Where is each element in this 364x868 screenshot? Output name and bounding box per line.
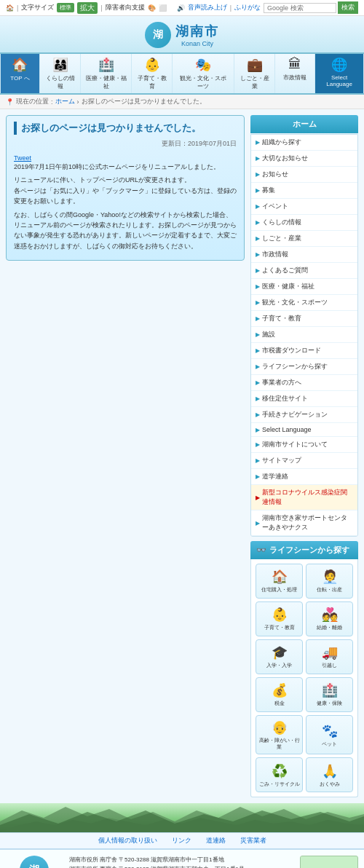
breadcrumb-home-link[interactable]: ホーム — [55, 97, 75, 106]
ls-okuyami-label: おくやみ — [320, 781, 340, 787]
ls-kenko-icon: 🏥 — [322, 682, 338, 698]
ls-nyugaku-label: 入学・入学 — [266, 662, 292, 668]
ls-item-kenko[interactable]: 🏥 健康・保険 — [306, 677, 353, 712]
ls-tenko-label: 住転・出産 — [317, 586, 342, 593]
sidebar-item-event[interactable]: ▶イベント — [251, 199, 357, 215]
footer-info: 湖南市役所 南庁舎 〒520-3288 滋賀県湖南市中一丁目1番地 湖南市役所 … — [69, 856, 294, 868]
sidebar-item-corona[interactable]: ▶新型コロナウイルス感染症関連情報 — [251, 485, 357, 510]
sidebar-item-sitemap[interactable]: ▶サイトマップ — [251, 453, 357, 469]
ls-item-okuyami[interactable]: 🙏 おくやみ — [306, 757, 353, 792]
voice-label[interactable]: 音声読み上げ — [188, 3, 227, 12]
nav-kurashi-label: くらしの情報 — [44, 74, 76, 90]
sidebar-item-select-lang[interactable]: ▶Select Language — [251, 423, 357, 437]
sidebar-item-lifescene[interactable]: ▶ライフシーンから探す — [251, 359, 357, 375]
sidebar-item-akiya[interactable]: ▶湖南市空き家サポートセンターあきやナクス — [251, 510, 357, 536]
top-bar-left: 🏠 | 文字サイズ 標準 拡大 | 障害者向支援 🎨 ⬜ — [6, 2, 167, 14]
sidebar-item-taisetsu[interactable]: ▶大切なお知らせ — [251, 151, 357, 167]
sidebar-item-shisetsu[interactable]: ▶施設 — [251, 327, 357, 343]
ls-pet-label: ペット — [322, 741, 337, 747]
ls-item-jutaku[interactable]: 🏠 住宅購入・処理 — [256, 564, 303, 599]
lifescene-label: ライフシーンから探す — [269, 545, 349, 556]
ls-item-tenko[interactable]: 🧑‍💼 住転・出産 — [306, 564, 353, 599]
sidebar-item-oshirase[interactable]: ▶お知らせ — [251, 167, 357, 183]
ls-item-kekkon[interactable]: 💑 結婚・離婚 — [306, 601, 353, 636]
nav-item-shigoto[interactable]: 💼 しごと・産業 — [234, 54, 275, 93]
home-icon[interactable]: 🏠 — [6, 4, 14, 12]
nav-kosoda-icon: 👶 — [144, 57, 160, 73]
sidebar-item-kanko[interactable]: ▶観光・文化・スポーツ — [251, 295, 357, 311]
breadcrumb: 📍 現在の位置 : ホーム › お探しのページは見つかりませんでした。 — [0, 95, 364, 109]
nav-item-kanko[interactable]: 🎭 観光・文化・スポーツ — [173, 54, 234, 93]
ls-kenko-label: 健康・保険 — [317, 700, 342, 706]
font-size-label: 文字サイズ — [21, 3, 54, 12]
nav-top-icon: 🏠 — [12, 57, 28, 73]
ls-item-hikkoshi[interactable]: 🚚 引越し — [306, 639, 353, 674]
nav-item-iryo[interactable]: 🏥 医療・健康・福祉 — [81, 54, 132, 93]
color-icon: 🎨 — [148, 4, 156, 12]
sidebar-item-ijyu[interactable]: ▶移住定住サイト — [251, 391, 357, 407]
content-area: お探しのページは見つかりませんでした。 更新日：2019年07月01日 Twee… — [6, 115, 245, 267]
ls-item-korein[interactable]: 👴 高齢・障がい・行業 — [256, 715, 303, 754]
ls-item-kosoda[interactable]: 👶 子育て・教育 — [256, 601, 303, 636]
sidebar-item-kurashi[interactable]: ▶くらしの情報 — [251, 215, 357, 231]
sidebar-item-soshiki[interactable]: ▶組織から探す — [251, 135, 357, 151]
nav-item-kosoda[interactable]: 👶 子育て・教育 — [132, 54, 173, 93]
ls-item-gomi[interactable]: ♻️ ごみ・リサイクル — [256, 757, 303, 792]
search-button[interactable]: 検索 — [338, 1, 358, 14]
city-name-en: Konan City — [175, 40, 219, 47]
ls-nyugaku-icon: 🎓 — [272, 644, 288, 660]
top-bar-right: 🔊 音声読み上げ | ふりがな 検索 — [177, 1, 358, 14]
sidebar-item-iryo[interactable]: ▶医療・健康・福祉 — [251, 279, 357, 295]
main-layout: お探しのページは見つかりませんでした。 更新日：2019年07月01日 Twee… — [0, 109, 364, 803]
ls-zei-icon: 💰 — [272, 682, 288, 698]
sidebar-item-tsugaku[interactable]: ▶道学連絡 — [251, 469, 357, 485]
footer-logo-area: 湖 湖南市 Konan City 法人番号2000020252115 — [6, 856, 63, 868]
city-name-jp: 湖南市 — [175, 23, 219, 40]
search-input[interactable] — [264, 3, 336, 13]
ls-item-zei[interactable]: 💰 税金 — [256, 677, 303, 712]
ls-jutaku-icon: 🏠 — [272, 569, 288, 585]
footer-landscape — [0, 803, 364, 832]
footer-link-links[interactable]: リンク — [172, 836, 191, 845]
footer-link-privacy[interactable]: 個人情報の取り扱い — [98, 836, 157, 845]
nav-item-top[interactable]: 🏠 TOP へ — [0, 54, 40, 93]
tweet-link[interactable]: Tweet — [14, 154, 31, 162]
ls-kosoda-label: 子育て・教育 — [264, 624, 295, 631]
sidebar-item-about[interactable]: ▶湖南市サイトについて — [251, 437, 357, 453]
nav-item-shisei[interactable]: 🏛 市政情報 — [275, 54, 315, 93]
ls-item-pet[interactable]: 🐾 ペット — [306, 715, 353, 754]
sidebar-item-zei[interactable]: ▶市税書ダウンロード — [251, 343, 357, 359]
footer-link-business[interactable]: 災害業者 — [240, 836, 266, 845]
nav-iryo-label: 医療・健康・福祉 — [85, 74, 127, 90]
breadcrumb-current: お探しのページは見つかりませんでした。 — [82, 97, 206, 106]
sidebar-item-shigoto[interactable]: ▶しごと・産業 — [251, 231, 357, 247]
nav-shigoto-label: しごと・産業 — [239, 74, 270, 90]
main-nav: 🏠 TOP へ 👨‍👩‍👧 くらしの情報 🏥 医療・健康・福祉 👶 子育て・教育… — [0, 54, 364, 95]
ls-item-nyugaku[interactable]: 🎓 入学・入学 — [256, 639, 303, 674]
footer-links-bar: 個人情報の取り扱い リンク 道連絡 災害業者 — [0, 832, 364, 849]
nav-kosoda-label: 子育て・教育 — [136, 74, 167, 90]
footer-link-contact[interactable]: 道連絡 — [206, 836, 226, 845]
error-para-2: リニューアルに伴い、トップページのURLが変更されます。各ページは「お気に入り」… — [14, 175, 237, 206]
error-box: お探しのページは見つかりませんでした。 更新日：2019年07月01日 Twee… — [6, 115, 245, 261]
large-btn[interactable]: 拡大 — [77, 2, 98, 14]
sidebar-item-kosoda[interactable]: ▶子育て・教育 — [251, 311, 357, 327]
nav-item-lang[interactable]: 🌐 Select Language — [315, 54, 364, 93]
error-para-1: 2019年7月1日午前10時に公式ホームページをリニューアルしました。 — [14, 162, 237, 172]
sidebar-item-jigyo[interactable]: ▶事業者の方へ — [251, 375, 357, 391]
nav-top-label: TOP へ — [10, 74, 29, 82]
furigana-label[interactable]: ふりがな — [234, 3, 261, 12]
error-para-3: なお、しばらくの間Google・Yahoo!などの検索サイトから検索した場合、リ… — [14, 210, 237, 252]
sidebar-item-boshu[interactable]: ▶募集 — [251, 183, 357, 199]
ls-korein-label: 高齢・障がい・行業 — [258, 737, 300, 750]
ls-kosoda-icon: 👶 — [272, 607, 288, 623]
standard-btn[interactable]: 標準 — [57, 3, 74, 12]
ls-hikkoshi-icon: 🚚 — [322, 644, 338, 660]
sidebar-item-tetsuduki[interactable]: ▶手続きナビゲーション — [251, 407, 357, 423]
sidebar-item-shisei[interactable]: ▶市政情報 — [251, 247, 357, 263]
svg-rect-2 — [301, 856, 358, 868]
sidebar-item-faq[interactable]: ▶よくあるご質問 — [251, 263, 357, 279]
ls-zei-label: 税金 — [274, 700, 285, 706]
nav-item-kurashi[interactable]: 👨‍👩‍👧 くらしの情報 — [40, 54, 81, 93]
sidebar-home-label[interactable]: ホーム — [250, 115, 358, 133]
